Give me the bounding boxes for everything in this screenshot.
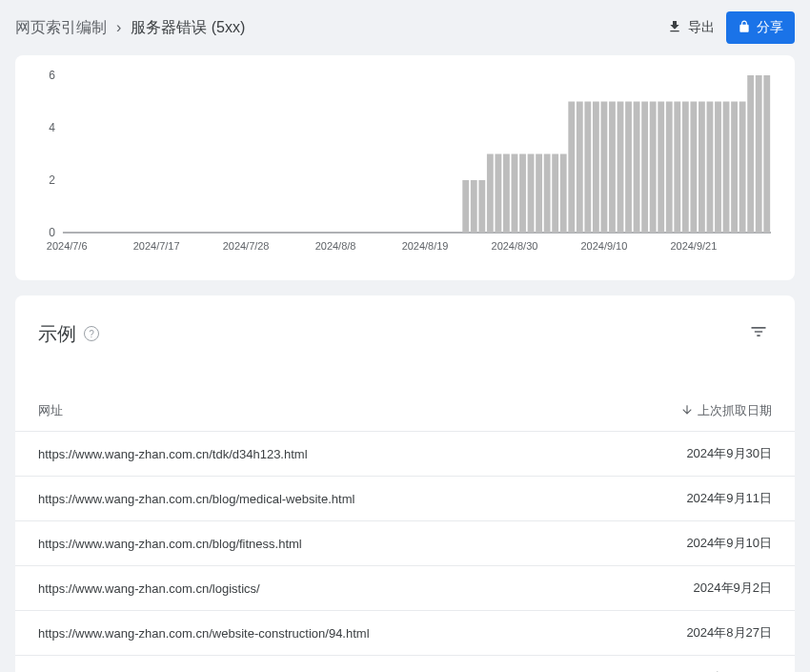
chart-bar[interactable] — [528, 154, 535, 234]
x-tick-label: 2024/9/21 — [670, 240, 717, 252]
examples-title: 示例 — [38, 321, 76, 347]
chevron-right-icon: › — [116, 19, 121, 36]
chart-bar[interactable] — [763, 75, 770, 233]
share-label: 分享 — [757, 19, 783, 36]
chart-bar[interactable] — [568, 102, 575, 234]
chart-bar[interactable] — [519, 154, 526, 234]
examples-header: 示例 ? — [15, 318, 795, 372]
chart-bar[interactable] — [536, 154, 542, 234]
help-icon[interactable]: ? — [84, 326, 99, 341]
chart-bar[interactable] — [723, 102, 730, 234]
chart-bar[interactable] — [478, 180, 485, 233]
chart-bar[interactable] — [512, 154, 518, 234]
x-tick-label: 2024/8/30 — [492, 240, 538, 252]
table-row[interactable]: https://www.wang-zhan.com.cn/logistics/2… — [15, 566, 795, 611]
column-date-label: 上次抓取日期 — [698, 402, 772, 419]
lock-icon — [738, 20, 751, 36]
chart-bar[interactable] — [666, 102, 673, 234]
chart-bar[interactable] — [560, 154, 567, 234]
chart-bar[interactable] — [618, 102, 624, 234]
chart-bar[interactable] — [462, 180, 469, 233]
chart-bar[interactable] — [658, 102, 664, 234]
arrow-down-icon — [680, 403, 694, 419]
chart-bar[interactable] — [641, 102, 648, 234]
examples-title-wrap: 示例 ? — [38, 321, 99, 347]
chart-bar[interactable] — [593, 102, 599, 234]
column-url-header[interactable]: 网址 — [38, 402, 680, 419]
column-date-header[interactable]: 上次抓取日期 — [680, 402, 772, 419]
download-icon — [667, 19, 682, 37]
chart-bar[interactable] — [495, 154, 501, 234]
row-date: 2024年9月11日 — [686, 490, 772, 507]
table-row[interactable]: https://www.wang-zhan.com.cn/blog/medica… — [15, 477, 795, 521]
row-date: 2024年9月2日 — [694, 580, 772, 597]
table-row[interactable]: https://www.wang-zhan.com.cn/tdk/d34h123… — [15, 432, 795, 477]
chart-bar[interactable] — [544, 154, 551, 234]
chart-bar[interactable] — [552, 154, 558, 234]
chart-bar[interactable] — [471, 180, 477, 233]
chart-bar[interactable] — [747, 75, 754, 233]
chart-bar[interactable] — [584, 102, 591, 234]
x-tick-label: 2024/7/6 — [47, 240, 88, 252]
row-url: https://www.wang-zhan.com.cn/tdk/d34h123… — [38, 447, 686, 461]
x-tick-label: 2024/7/28 — [223, 240, 270, 252]
breadcrumb: 网页索引编制 › 服务器错误 (5xx) — [15, 18, 245, 38]
y-tick-label: 4 — [49, 121, 55, 134]
y-tick-label: 2 — [49, 173, 55, 187]
breadcrumb-parent[interactable]: 网页索引编制 — [15, 18, 107, 38]
row-url: https://www.wang-zhan.com.cn/website-con… — [38, 626, 686, 641]
page-header: 网页索引编制 › 服务器错误 (5xx) 导出 分享 — [0, 0, 810, 55]
chart-bar[interactable] — [609, 102, 616, 234]
table-body: https://www.wang-zhan.com.cn/tdk/d34h123… — [15, 432, 795, 672]
export-button[interactable]: 导出 — [667, 19, 715, 37]
chart-bar[interactable] — [634, 102, 640, 234]
x-tick-label: 2024/8/8 — [315, 240, 356, 252]
table-row[interactable]: https://www.wang-zhan.com.cn/blog/fitnes… — [15, 521, 795, 566]
chart-svg: 02462024/7/62024/7/172024/7/282024/8/820… — [34, 71, 776, 261]
y-tick-label: 0 — [49, 226, 55, 239]
chart-bar[interactable] — [699, 102, 705, 234]
row-url: https://www.wang-zhan.com.cn/logistics/ — [38, 581, 694, 596]
table-header: 网址 上次抓取日期 — [15, 391, 795, 432]
chart-bar[interactable] — [674, 102, 680, 234]
examples-card: 示例 ? 网址 上次抓取日期 https://www.wang-zhan.com… — [15, 295, 795, 672]
chart-bar[interactable] — [707, 102, 714, 234]
x-tick-label: 2024/7/17 — [133, 240, 180, 252]
chart-bar[interactable] — [731, 102, 738, 234]
filter-icon[interactable] — [745, 318, 772, 349]
x-tick-label: 2024/8/19 — [402, 240, 449, 252]
chart-bar[interactable] — [601, 102, 608, 234]
row-url: https://www.wang-zhan.com.cn/blog/fitnes… — [38, 537, 686, 551]
row-date: 2024年9月10日 — [686, 535, 772, 552]
chart-bar[interactable] — [625, 102, 632, 234]
chart-bar[interactable] — [690, 102, 697, 234]
chart-bar[interactable] — [577, 102, 583, 234]
table-row[interactable]: https://www.wang-zhan.com.cn/website-con… — [15, 656, 795, 672]
row-date: 2024年8月27日 — [686, 624, 772, 641]
chart-bar[interactable] — [715, 102, 721, 234]
share-button[interactable]: 分享 — [726, 11, 795, 44]
row-date: 2024年9月30日 — [686, 445, 772, 462]
x-tick-label: 2024/9/10 — [581, 240, 628, 252]
row-url: https://www.wang-zhan.com.cn/blog/medica… — [38, 492, 686, 506]
header-actions: 导出 分享 — [667, 11, 795, 44]
chart-bar[interactable] — [739, 102, 746, 234]
chart-card: 02462024/7/62024/7/172024/7/282024/8/820… — [15, 55, 795, 280]
chart-bar[interactable] — [487, 154, 494, 234]
chart-bar[interactable] — [503, 154, 510, 234]
y-tick-label: 6 — [49, 71, 55, 82]
chart-area: 02462024/7/62024/7/172024/7/282024/8/820… — [34, 71, 776, 261]
chart-bar[interactable] — [756, 75, 762, 233]
table-row[interactable]: https://www.wang-zhan.com.cn/website-con… — [15, 611, 795, 656]
chart-bar[interactable] — [682, 102, 689, 234]
breadcrumb-current: 服务器错误 (5xx) — [131, 18, 245, 38]
export-label: 导出 — [688, 19, 715, 36]
chart-bar[interactable] — [650, 102, 657, 234]
